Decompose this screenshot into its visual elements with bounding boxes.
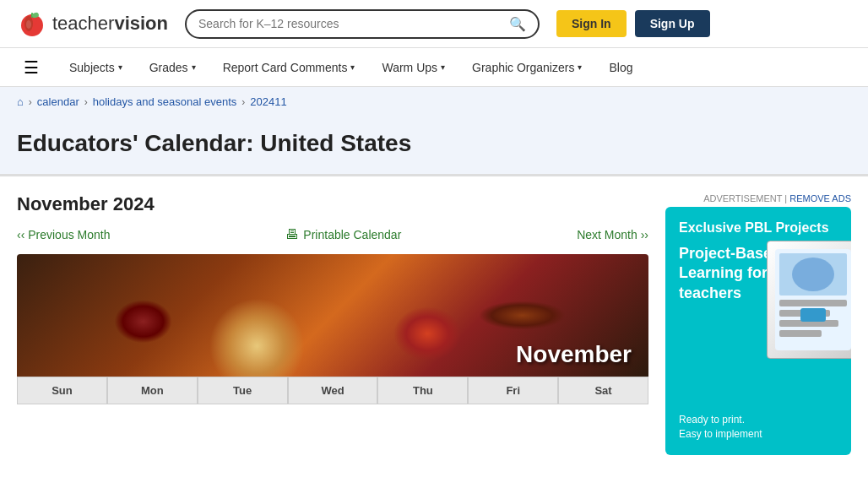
day-label-thu: Thu [377, 377, 468, 404]
day-label-tue: Tue [198, 377, 288, 404]
printable-calendar-link[interactable]: 🖶 Printable Calendar [285, 227, 401, 242]
svg-rect-13 [800, 308, 826, 322]
nav-subjects[interactable]: Subjects▾ [57, 48, 134, 86]
home-icon: ⌂ [17, 95, 24, 108]
signup-button[interactable]: Sign Up [635, 10, 710, 37]
printer-icon: 🖶 [285, 227, 299, 242]
breadcrumb: ⌂ › calendar › holidays and seasonal eve… [0, 87, 868, 117]
chevron-down-icon: ▾ [192, 62, 196, 72]
day-label-wed: Wed [288, 377, 378, 404]
chevron-down-icon: ▾ [578, 62, 582, 72]
nav-blog[interactable]: Blog [597, 48, 644, 86]
day-label-fri: Fri [468, 377, 558, 404]
page-title-area: Educators' Calendar: United States [0, 117, 868, 176]
breadcrumb-holidays-link[interactable]: holidays and seasonal events [93, 95, 237, 108]
breadcrumb-date-link[interactable]: 202411 [250, 95, 286, 108]
logo-text: teachervision [52, 13, 168, 35]
ad-desc-easy: Easy to implement [679, 427, 838, 442]
calendar-day-labels: Sun Mon Tue Wed Thu Fri Sat [17, 377, 648, 404]
prev-month-link[interactable]: ‹‹ Previous Month [17, 228, 110, 241]
breadcrumb-separator: › [241, 96, 245, 108]
site-header: teachervision 🔍 Sign In Sign Up [0, 0, 868, 48]
search-button[interactable]: 🔍 [509, 16, 526, 32]
svg-rect-11 [779, 330, 822, 337]
nav-warm-ups[interactable]: Warm Ups▾ [370, 48, 457, 86]
main-content: November 2024 ‹‹ Previous Month 🖶 Printa… [0, 176, 868, 472]
search-bar: 🔍 [185, 9, 540, 39]
nav-grades[interactable]: Grades▾ [138, 48, 208, 86]
calendar-november-image: November [17, 254, 648, 377]
day-label-mon: Mon [107, 377, 198, 404]
svg-point-12 [792, 258, 834, 291]
chevron-down-icon: ▾ [118, 62, 122, 72]
breadcrumb-calendar-link[interactable]: calendar [37, 95, 79, 108]
hamburger-button[interactable]: ☰ [17, 54, 46, 81]
ad-desc-ready: Ready to print. [679, 413, 838, 427]
chevron-down-icon: ▾ [350, 62, 355, 72]
logo-link[interactable]: teachervision [17, 8, 168, 39]
main-nav: ☰ Subjects▾ Grades▾ Report Card Comments… [0, 48, 868, 87]
month-image-label: November [499, 333, 648, 377]
ad-box: Exclusive PBL Projects Project-Based Lea… [665, 207, 851, 455]
ad-label: ADVERTISEMENT | REMOVE ADS [665, 193, 851, 203]
month-title: November 2024 [17, 193, 155, 215]
day-label-sun: Sun [17, 377, 107, 404]
signin-button[interactable]: Sign In [556, 10, 627, 37]
next-month-link[interactable]: Next Month ›› [577, 228, 648, 241]
calendar-header: November 2024 [17, 193, 648, 215]
breadcrumb-separator: › [84, 96, 88, 108]
day-label-sat: Sat [558, 377, 648, 404]
apple-icon [17, 8, 47, 39]
sidebar: ADVERTISEMENT | REMOVE ADS Exclusive PBL… [665, 193, 851, 455]
ad-title: Exclusive PBL Projects [679, 220, 838, 236]
header-buttons: Sign In Sign Up [556, 10, 710, 37]
svg-point-5 [26, 20, 31, 29]
remove-ads-link[interactable]: REMOVE ADS [789, 193, 851, 203]
breadcrumb-home-link[interactable]: ⌂ [17, 95, 24, 108]
calendar-section: November 2024 ‹‹ Previous Month 🖶 Printa… [17, 193, 648, 455]
nav-graphic-organizers[interactable]: Graphic Organizers▾ [460, 48, 594, 86]
nav-report-card-comments[interactable]: Report Card Comments▾ [211, 48, 367, 86]
ad-image [767, 241, 851, 359]
page-title: Educators' Calendar: United States [17, 130, 851, 157]
breadcrumb-separator: › [29, 96, 32, 108]
search-input[interactable] [198, 17, 509, 30]
svg-rect-8 [779, 300, 847, 306]
chevron-down-icon: ▾ [441, 62, 445, 72]
